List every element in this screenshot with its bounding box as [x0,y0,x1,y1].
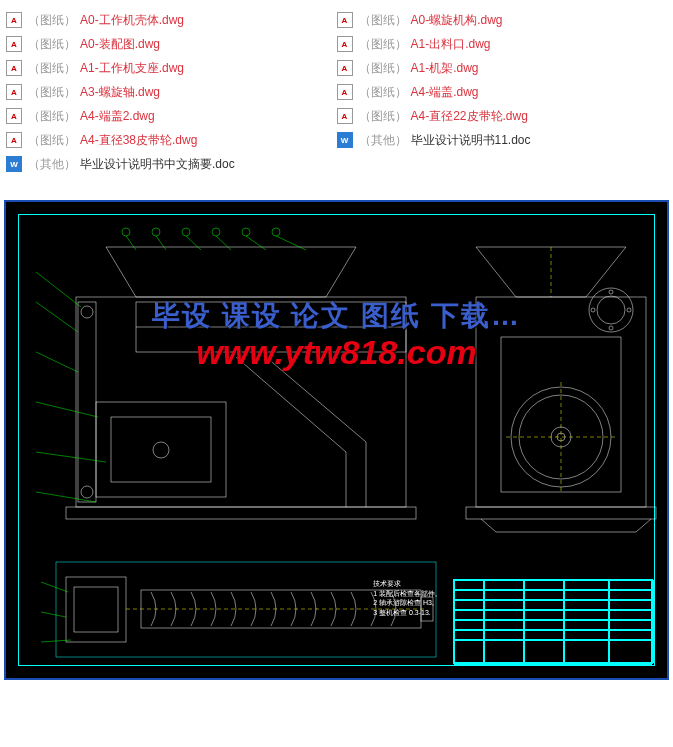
svg-rect-3 [96,402,226,497]
cad-titleblock [453,579,653,664]
file-row[interactable]: A （图纸） A1-工作机支座.dwg [6,56,337,80]
file-name-link[interactable]: 毕业设计说明书中文摘要.doc [80,156,235,173]
file-tag: （图纸） [28,108,76,125]
svg-point-9 [81,486,93,498]
file-tag: （图纸） [28,60,76,77]
file-name-link[interactable]: A4-直径38皮带轮.dwg [80,132,197,149]
file-tag: （图纸） [359,84,407,101]
file-name-link[interactable]: 毕业设计说明书11.doc [411,132,531,149]
file-name-link[interactable]: A3-螺旋轴.dwg [80,84,160,101]
file-name-link[interactable]: A0-螺旋机构.dwg [411,12,503,29]
tech-note-line: 1 装配后检查各部件, [373,589,437,599]
file-name-link[interactable]: A1-出料口.dwg [411,36,491,53]
file-tag: （图纸） [28,36,76,53]
file-tag: （图纸） [28,84,76,101]
tech-note-line: 2 轴承游隙检查 H3, [373,598,437,608]
file-row[interactable]: A （图纸） A0-装配图.dwg [6,32,337,56]
file-row[interactable]: A （图纸） A4-直径22皮带轮.dwg [337,104,668,128]
file-tag: （图纸） [359,36,407,53]
file-name-link[interactable]: A4-端盖2.dwg [80,108,155,125]
cad-drawing-frame: 技术要求 1 装配后检查各部件, 2 轴承游隙检查 H3, 3 整机检查 0.3… [4,200,669,680]
svg-point-16 [122,228,130,236]
dwg-icon: A [337,84,353,100]
doc-icon: W [6,156,22,172]
svg-point-30 [597,296,625,324]
file-tag: （图纸） [28,12,76,29]
svg-point-32 [609,326,613,330]
svg-line-26 [246,236,266,250]
svg-point-34 [627,308,631,312]
svg-point-37 [511,387,611,487]
svg-line-25 [216,236,231,250]
file-name-link[interactable]: A4-端盖.dwg [411,84,479,101]
svg-line-22 [126,236,136,250]
svg-point-18 [182,228,190,236]
file-row[interactable]: A （图纸） A1-机架.dwg [337,56,668,80]
svg-point-5 [153,442,169,458]
svg-point-39 [551,427,571,447]
svg-point-21 [272,228,280,236]
file-row[interactable]: A （图纸） A3-螺旋轴.dwg [6,80,337,104]
dwg-icon: A [6,36,22,52]
file-name-link[interactable]: A1-工作机支座.dwg [80,60,184,77]
dwg-icon: A [6,108,22,124]
tech-note-line: 3 整机检查 0.3-13. [373,608,437,618]
file-row[interactable]: A （图纸） A4-端盖.dwg [337,80,668,104]
svg-line-23 [156,236,166,250]
svg-point-19 [212,228,220,236]
svg-rect-4 [111,417,211,482]
dwg-icon: A [6,60,22,76]
file-row[interactable]: W （其他） 毕业设计说明书11.doc [337,128,668,152]
dwg-icon: A [6,132,22,148]
svg-line-11 [36,302,78,332]
svg-rect-43 [466,507,656,519]
svg-point-33 [591,308,595,312]
dwg-icon: A [337,108,353,124]
svg-point-29 [589,288,633,332]
file-column-left: A （图纸） A0-工作机壳体.dwg A （图纸） A0-装配图.dwg A … [6,8,337,176]
dwg-icon: A [6,12,22,28]
svg-line-50 [41,582,68,592]
file-row[interactable]: A （图纸） A0-工作机壳体.dwg [6,8,337,32]
dwg-icon: A [337,12,353,28]
dwg-icon: A [6,84,22,100]
svg-line-13 [36,402,98,417]
tech-note-title: 技术要求 [373,579,437,589]
svg-point-20 [242,228,250,236]
file-tag: （图纸） [359,12,407,29]
svg-line-14 [36,452,106,462]
file-list-section: A （图纸） A0-工作机壳体.dwg A （图纸） A0-装配图.dwg A … [0,0,673,196]
svg-rect-6 [66,507,416,519]
file-row[interactable]: W （其他） 毕业设计说明书中文摘要.doc [6,152,337,176]
svg-line-10 [36,272,81,307]
doc-icon: W [337,132,353,148]
file-column-right: A （图纸） A0-螺旋机构.dwg A （图纸） A1-出料口.dwg A （… [337,8,668,176]
file-tag: （图纸） [359,108,407,125]
cad-preview-section: 技术要求 1 装配后检查各部件, 2 轴承游隙检查 H3, 3 整机检查 0.3… [0,196,673,684]
svg-line-12 [36,352,78,372]
file-name-link[interactable]: A0-工作机壳体.dwg [80,12,184,29]
svg-rect-46 [74,587,118,632]
svg-rect-7 [78,302,96,502]
file-row[interactable]: A （图纸） A4-直径38皮带轮.dwg [6,128,337,152]
file-tag: （图纸） [28,132,76,149]
file-name-link[interactable]: A0-装配图.dwg [80,36,160,53]
file-row[interactable]: A （图纸） A4-端盖2.dwg [6,104,337,128]
file-tag: （其他） [28,156,76,173]
svg-line-27 [276,236,306,250]
file-name-link[interactable]: A1-机架.dwg [411,60,479,77]
file-row[interactable]: A （图纸） A1-出料口.dwg [337,32,668,56]
svg-point-8 [81,306,93,318]
svg-line-51 [41,612,66,617]
dwg-icon: A [337,60,353,76]
dwg-icon: A [337,36,353,52]
svg-line-24 [186,236,201,250]
svg-point-31 [609,290,613,294]
svg-line-15 [36,492,96,502]
file-name-link[interactable]: A4-直径22皮带轮.dwg [411,108,528,125]
file-tag: （其他） [359,132,407,149]
svg-point-17 [152,228,160,236]
tech-requirements-note: 技术要求 1 装配后检查各部件, 2 轴承游隙检查 H3, 3 整机检查 0.3… [373,579,437,618]
file-row[interactable]: A （图纸） A0-螺旋机构.dwg [337,8,668,32]
file-tag: （图纸） [359,60,407,77]
